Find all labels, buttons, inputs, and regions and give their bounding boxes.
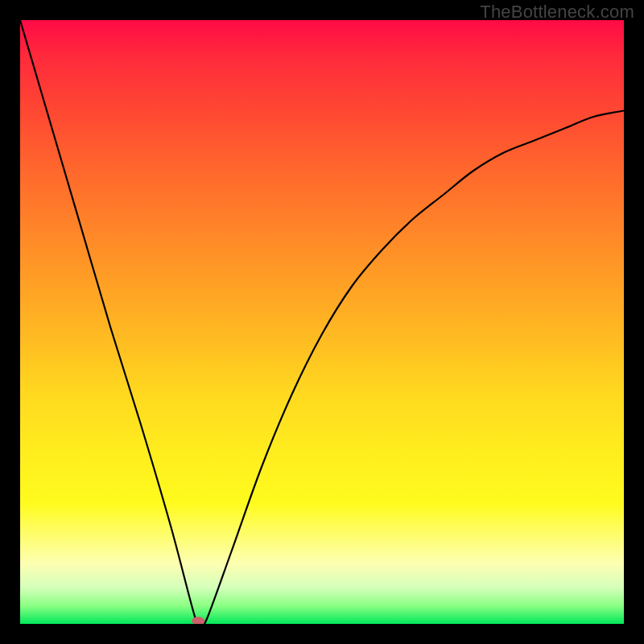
curve-layer [20,20,624,624]
bottleneck-curve [20,20,624,624]
chart-container: TheBottleneck.com [0,0,644,644]
watermark-label: TheBottleneck.com [480,2,634,23]
plot-area [20,20,624,624]
minimum-marker-icon [192,617,204,624]
